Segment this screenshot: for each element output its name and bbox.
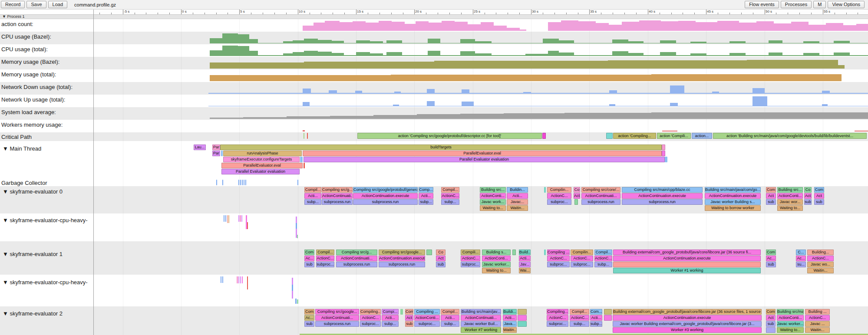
save-button[interactable]: Save [26,1,46,8]
counter-bar-segment[interactable] [834,53,850,56]
counter-bar-segment[interactable] [468,24,481,31]
trace-span[interactable]: Javac wo... [807,262,834,267]
trace-span[interactable]: subp... [304,199,321,205]
trace-span[interactable]: Compiling... [547,309,568,315]
trace-span[interactable]: Build... [519,250,531,255]
trace-span[interactable]: ActionConti... [777,315,804,321]
trace-span[interactable]: Co [574,187,580,193]
trace-span[interactable] [222,180,223,185]
trace-span[interactable]: Waitin... [805,327,830,333]
trace-span[interactable]: Act [814,193,824,199]
trace-mark[interactable] [292,278,293,285]
counter-bar-segment[interactable] [393,105,399,106]
trace-span[interactable]: Waitin... [507,205,528,211]
trace-span[interactable]: Compiling src/google... [315,309,359,315]
trace-span[interactable]: Ac... [796,256,806,261]
trace-span[interactable]: subproc... [316,262,334,267]
trace-span[interactable]: subp... [441,199,459,205]
trace-span[interactable]: ActionC... [547,256,570,261]
trace-span[interactable]: ActionContinuati... [461,315,501,321]
counter-bar-segment[interactable] [442,21,455,31]
counter-bar-segment[interactable] [318,40,332,43]
counter-bar-segment[interactable] [293,52,304,56]
trace-span[interactable]: subp... [570,321,589,327]
trace-span[interactable]: ActionC... [571,256,593,261]
counter-bar-segment[interactable] [386,52,402,56]
trace-span[interactable]: Javac worker Building s... [705,199,761,205]
counter-bar-segment[interactable] [843,25,856,31]
counter-bar-segment[interactable] [243,117,287,119]
counter-bar-segment[interactable] [325,21,340,31]
trace-mark[interactable] [241,215,242,222]
counter-bar-segment[interactable] [543,39,559,43]
trace-span[interactable]: Worker #7 working [461,327,501,333]
trace-span[interactable] [613,262,761,267]
trace-span[interactable]: Com [405,309,413,315]
trace-span[interactable]: Act [405,315,413,321]
trace-span[interactable]: subproc... [547,262,570,267]
trace-span[interactable] [518,321,527,327]
trace-span[interactable]: Building src... [480,187,506,193]
trace-span[interactable]: ParallelEvaluator.eval [221,163,303,168]
trace-span[interactable]: subproc... [547,199,571,205]
trace-span[interactable]: ActionContinuati... [336,256,377,261]
trace-span[interactable]: Javac worker... [777,321,804,327]
trace-span[interactable]: sub [804,199,812,205]
counter-bar-segment[interactable] [416,21,429,31]
trace-span[interactable]: Buildin... [507,187,528,193]
counter-bar-segment[interactable] [287,116,330,119]
thread-label-0[interactable]: ▼ Main Thread [3,145,41,152]
trace-span[interactable]: subprocess.run [353,199,418,205]
counter-bar-segment[interactable] [304,51,318,56]
timeline-ruler[interactable]: -5 s0 s5 s10 s15 s20 s25 s30 s35 s40 s45… [93,10,868,14]
trace-span[interactable]: ActionC... [805,315,830,321]
counter-bar-segment[interactable] [386,40,402,43]
counter-bar-segment[interactable] [475,41,492,43]
counter-bar-segment[interactable] [729,53,746,56]
trace-span[interactable]: Javac worker Buil... [461,321,501,327]
view-options-button[interactable]: View Options [828,1,865,8]
counter-bar-segment[interactable] [622,22,639,31]
trace-span[interactable]: Ac... [766,256,776,261]
counter-bar-segment[interactable] [283,53,293,56]
counter-bar-segment[interactable] [427,89,435,94]
trace-mark[interactable] [247,222,248,229]
counter-bar-segment[interactable] [462,102,474,106]
counter-bar-segment[interactable] [809,25,826,31]
trace-mark[interactable] [296,223,297,229]
trace-span[interactable]: subp... [382,321,399,327]
load-button[interactable]: Load [48,1,67,8]
trace-span[interactable]: ActionContinuation.execute [622,193,703,199]
trace-span[interactable]: Com [766,309,776,315]
trace-mark[interactable] [227,215,228,223]
trace-span[interactable]: subprocess.run [336,262,377,267]
counter-bar-segment[interactable] [651,74,842,81]
trace-span[interactable]: Com [766,187,776,193]
trace-span[interactable] [297,180,298,185]
trace-span[interactable]: sub [766,262,776,267]
trace-mark[interactable] [222,276,223,283]
trace-span[interactable]: action 'Building src/main/java/com/googl… [713,133,867,139]
counter-bar-segment[interactable] [249,39,258,43]
counter-bar-segment[interactable] [429,23,442,31]
trace-span[interactable]: Building src/ma... [777,309,804,315]
trace-span[interactable]: ActionC... [547,315,568,321]
trace-span[interactable]: sub [814,199,824,205]
counter-bar-segment[interactable] [394,92,401,94]
trace-mark[interactable] [237,276,238,283]
trace-span[interactable]: Javac worker... [482,262,511,267]
trace-span[interactable]: Building external/com_google_protobuf/ja… [613,250,761,255]
counter-bar-segment[interactable] [752,96,767,106]
counter-bar-segment[interactable] [222,33,238,43]
counter-bar-segment[interactable] [238,46,249,56]
trace-span[interactable]: Waiting to borrow worker [705,205,761,211]
trace-span[interactable]: Act [766,315,776,321]
trace-span[interactable]: Acti... [441,315,459,321]
trace-span[interactable]: C... [796,250,806,255]
trace-span[interactable]: Javac wor... [777,199,803,205]
counter-bar-segment[interactable] [822,91,830,94]
trace-span[interactable] [221,151,223,156]
trace-mark[interactable] [242,276,243,283]
trace-span[interactable]: sub [405,321,413,327]
counter-bar-segment[interactable] [332,41,344,43]
